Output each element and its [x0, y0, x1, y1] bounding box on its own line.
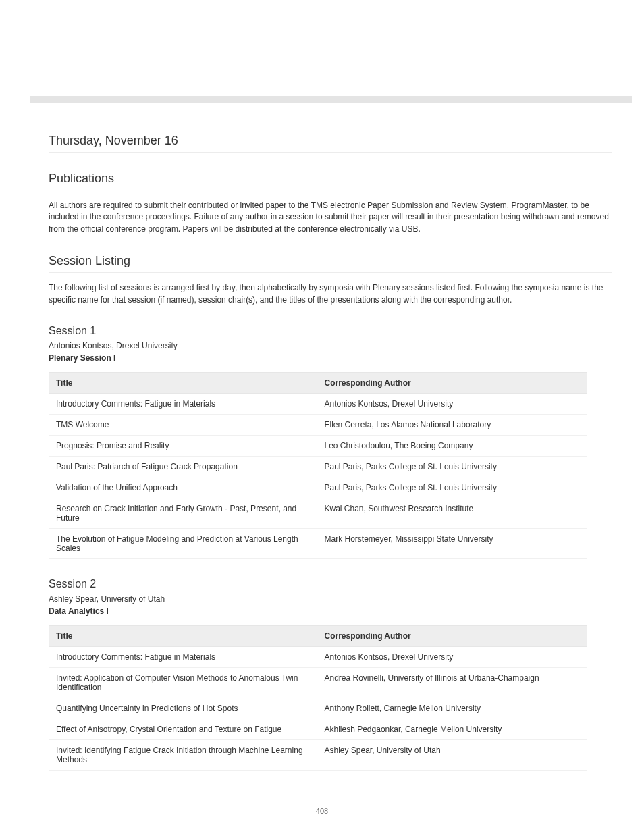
- cell-author: Paul Paris, Parks College of St. Louis U…: [317, 477, 587, 498]
- table-row: Invited: Identifying Fatigue Crack Initi…: [49, 739, 587, 770]
- session-1-chair: Antonios Kontsos, Drexel University: [49, 341, 612, 350]
- session-listing-paragraph: The following list of sessions is arrang…: [49, 282, 612, 306]
- col-title: Title: [49, 625, 317, 646]
- table-row: Introductory Comments: Fatigue in Materi…: [49, 393, 587, 414]
- cell-author: Akhilesh Pedgaonkar, Carnegie Mellon Uni…: [317, 719, 587, 739]
- table-row: Validation of the Unified ApproachPaul P…: [49, 477, 587, 498]
- table-row: Prognosis: Promise and RealityLeo Christ…: [49, 435, 587, 456]
- table-row: Effect of Anisotropy, Crystal Orientatio…: [49, 719, 587, 739]
- table-row: The Evolution of Fatigue Modeling and Pr…: [49, 528, 587, 558]
- session-2-title: Data Analytics I: [49, 606, 612, 616]
- page-number: 408: [0, 807, 644, 815]
- cell-title: Quantifying Uncertainty in Predictions o…: [49, 698, 317, 719]
- session-1-heading: Session 1: [49, 325, 612, 337]
- cell-author: Antonios Kontsos, Drexel University: [317, 646, 587, 667]
- cell-title: Paul Paris: Patriarch of Fatigue Crack P…: [49, 456, 317, 477]
- cell-title: Invited: Identifying Fatigue Crack Initi…: [49, 739, 317, 770]
- cell-title: Effect of Anisotropy, Crystal Orientatio…: [49, 719, 317, 739]
- table-header-row: Title Corresponding Author: [49, 372, 587, 393]
- cell-author: Antonios Kontsos, Drexel University: [317, 393, 587, 414]
- cell-author: Kwai Chan, Southwest Research Institute: [317, 498, 587, 528]
- session-listing-heading: Session Listing: [49, 254, 612, 268]
- session-2-table: Title Corresponding Author Introductory …: [49, 625, 587, 771]
- cell-author: Andrea Rovinelli, University of Illinois…: [317, 667, 587, 698]
- session-1-table: Title Corresponding Author Introductory …: [49, 372, 587, 559]
- table-header-row: Title Corresponding Author: [49, 625, 587, 646]
- cell-title: Introductory Comments: Fatigue in Materi…: [49, 646, 317, 667]
- top-divider-bar: [30, 96, 632, 103]
- cell-author: Paul Paris, Parks College of St. Louis U…: [317, 456, 587, 477]
- col-author: Corresponding Author: [317, 372, 587, 393]
- cell-title: TMS Welcome: [49, 414, 317, 435]
- cell-title: Validation of the Unified Approach: [49, 477, 317, 498]
- col-author: Corresponding Author: [317, 625, 587, 646]
- cell-title: Research on Crack Initiation and Early G…: [49, 498, 317, 528]
- table-row: TMS WelcomeEllen Cerreta, Los Alamos Nat…: [49, 414, 587, 435]
- table-row: Research on Crack Initiation and Early G…: [49, 498, 587, 528]
- table-row: Introductory Comments: Fatigue in Materi…: [49, 646, 587, 667]
- cell-author: Ashley Spear, University of Utah: [317, 739, 587, 770]
- cell-title: Invited: Application of Computer Vision …: [49, 667, 317, 698]
- publications-heading: Publications: [49, 172, 612, 186]
- table-row: Quantifying Uncertainty in Predictions o…: [49, 698, 587, 719]
- session-2-chair: Ashley Spear, University of Utah: [49, 594, 612, 604]
- divider: [49, 272, 612, 273]
- divider: [49, 190, 612, 190]
- table-row: Paul Paris: Patriarch of Fatigue Crack P…: [49, 456, 587, 477]
- cell-author: Leo Christodoulou, The Boeing Company: [317, 435, 587, 456]
- session-1-title: Plenary Session I: [49, 353, 612, 363]
- cell-title: Prognosis: Promise and Reality: [49, 435, 317, 456]
- day-heading: Thursday, November 16: [49, 134, 612, 148]
- table-row: Invited: Application of Computer Vision …: [49, 667, 587, 698]
- page-content: Thursday, November 16 Publications All a…: [49, 115, 612, 771]
- cell-author: Ellen Cerreta, Los Alamos National Labor…: [317, 414, 587, 435]
- publications-paragraph: All authors are required to submit their…: [49, 200, 612, 235]
- cell-author: Anthony Rollett, Carnegie Mellon Univers…: [317, 698, 587, 719]
- col-title: Title: [49, 372, 317, 393]
- divider: [49, 152, 612, 153]
- cell-title: The Evolution of Fatigue Modeling and Pr…: [49, 528, 317, 558]
- session-2-heading: Session 2: [49, 578, 612, 590]
- cell-author: Mark Horstemeyer, Mississippi State Univ…: [317, 528, 587, 558]
- cell-title: Introductory Comments: Fatigue in Materi…: [49, 393, 317, 414]
